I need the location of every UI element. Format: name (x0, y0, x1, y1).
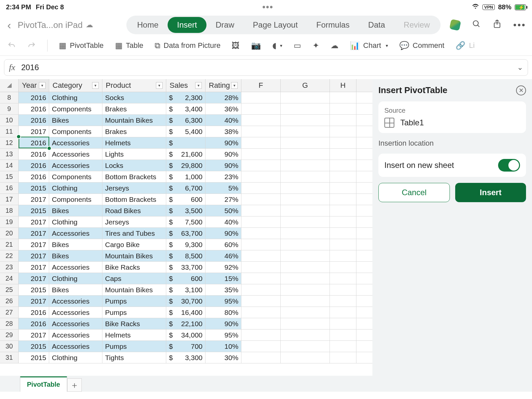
cell-rating[interactable]: 46% (205, 250, 241, 261)
cell-category[interactable]: Clothing (49, 273, 102, 284)
cell-year[interactable]: 2016 (19, 115, 49, 126)
selection-handle[interactable] (16, 134, 21, 139)
cell-empty[interactable] (330, 296, 356, 307)
cell-year[interactable]: 2017 (19, 216, 49, 227)
cell-empty[interactable] (330, 92, 356, 103)
cell-empty[interactable] (281, 149, 330, 160)
cell-rating[interactable]: 40% (205, 216, 241, 227)
row-number[interactable]: 31 (0, 352, 19, 363)
cell-sales[interactable]: $34,000 (166, 330, 205, 340)
tab-draw[interactable]: Draw (206, 17, 244, 33)
cell-rating[interactable]: 36% (205, 103, 241, 114)
cell-empty[interactable] (281, 284, 330, 295)
cell-year[interactable]: 2016 (19, 160, 49, 171)
cell-year[interactable]: 2016 (19, 171, 49, 182)
redo-button[interactable] (27, 41, 36, 50)
cell-rating[interactable]: 40% (205, 115, 241, 126)
cell-empty[interactable] (330, 330, 356, 340)
cell-sales[interactable]: $16,400 (166, 307, 205, 318)
cell-sales[interactable]: $600 (166, 194, 205, 205)
cell-category[interactable]: Bikes (49, 205, 102, 216)
filter-dropdown-icon[interactable]: ▾ (195, 82, 202, 89)
table-row[interactable]: 282016AccessoriesBike Racks$22,10090% (0, 318, 372, 330)
cell-rating[interactable]: 80% (205, 307, 241, 318)
comment-button[interactable]: 💬Comment (399, 41, 444, 50)
cell-sales[interactable]: $ (166, 137, 205, 148)
row-number[interactable]: 14 (0, 160, 19, 171)
col-header-g[interactable]: G (281, 79, 330, 92)
cell-sales[interactable]: $9,300 (166, 239, 205, 250)
cell-rating[interactable]: 28% (205, 92, 241, 103)
cell-empty[interactable] (241, 239, 281, 250)
cell-sales[interactable]: $7,500 (166, 216, 205, 227)
cell-sales[interactable]: $21,600 (166, 149, 205, 160)
row-number[interactable]: 27 (0, 307, 19, 318)
cell-category[interactable]: Clothing (49, 183, 102, 194)
col-header-year[interactable]: Year▾ (19, 79, 49, 92)
cell-rating[interactable]: 15% (205, 273, 241, 284)
cell-empty[interactable] (330, 171, 356, 182)
cell-rating[interactable]: 5% (205, 183, 241, 194)
cell-category[interactable]: Bikes (49, 239, 102, 250)
cell-year[interactable]: 2015 (19, 284, 49, 295)
select-all-corner[interactable] (0, 79, 19, 92)
cell-empty[interactable] (241, 330, 281, 340)
cell-year[interactable]: 2015 (19, 341, 49, 352)
cell-empty[interactable] (281, 171, 330, 182)
row-number[interactable]: 26 (0, 296, 19, 307)
cell-empty[interactable] (330, 284, 356, 295)
link-button[interactable]: 🔗Li (456, 41, 474, 50)
cell-sales[interactable]: $8,500 (166, 250, 205, 261)
cell-sales[interactable]: $2,300 (166, 92, 205, 103)
new-sheet-toggle[interactable] (498, 159, 520, 172)
cell-product[interactable]: Pumps (102, 296, 166, 307)
cell-empty[interactable] (281, 330, 330, 340)
cell-empty[interactable] (281, 103, 330, 114)
cell-sales[interactable]: $3,300 (166, 352, 205, 363)
cell-product[interactable]: Brakes (102, 126, 166, 137)
cell-empty[interactable] (330, 115, 356, 126)
cell-empty[interactable] (330, 160, 356, 171)
cell-empty[interactable] (281, 250, 330, 261)
cell-empty[interactable] (330, 352, 356, 363)
tab-insert[interactable]: Insert (168, 17, 206, 33)
cell-category[interactable]: Accessories (49, 228, 102, 239)
selection-handle[interactable] (47, 146, 52, 151)
cell-empty[interactable] (330, 149, 356, 160)
cell-empty[interactable] (241, 262, 281, 273)
cell-sales[interactable]: $3,500 (166, 205, 205, 216)
cell-empty[interactable] (241, 250, 281, 261)
cell-empty[interactable] (330, 103, 356, 114)
add-sheet-button[interactable]: ＋ (67, 378, 82, 392)
table-button[interactable]: ▦Table (115, 41, 144, 50)
cell-product[interactable]: Socks (102, 92, 166, 103)
cell-sales[interactable]: $600 (166, 273, 205, 284)
copilot-icon[interactable] (449, 19, 461, 31)
cell-empty[interactable] (281, 160, 330, 171)
source-card[interactable]: Source Table1 (378, 101, 526, 133)
table-row[interactable]: 122016AccessoriesHelmets$90% (0, 137, 372, 149)
cell-empty[interactable] (281, 273, 330, 284)
cell-category[interactable]: Accessories (49, 137, 102, 148)
filter-dropdown-icon[interactable]: ▾ (39, 82, 46, 89)
pivottable-button[interactable]: ▦PivotTable (59, 41, 104, 50)
cell-sales[interactable]: $30,700 (166, 296, 205, 307)
cell-empty[interactable] (281, 137, 330, 148)
cell-empty[interactable] (241, 284, 281, 295)
cell-empty[interactable] (330, 205, 356, 216)
cell-year[interactable]: 2016 (19, 92, 49, 103)
row-number[interactable]: 10 (0, 115, 19, 126)
cell-year[interactable]: 2017 (19, 250, 49, 261)
cell-rating[interactable]: 23% (205, 171, 241, 182)
cell-empty[interactable] (330, 228, 356, 239)
cell-product[interactable]: Jerseys (102, 183, 166, 194)
cell-rating[interactable]: 30% (205, 352, 241, 363)
cell-empty[interactable] (281, 194, 330, 205)
table-row[interactable]: 242017ClothingCaps$60015% (0, 273, 372, 284)
cell-empty[interactable] (330, 239, 356, 250)
cell-rating[interactable]: 60% (205, 239, 241, 250)
table-row[interactable]: 202017AccessoriesTires and Tubes$63,7009… (0, 228, 372, 239)
shapes-button[interactable]: ◖▾ (272, 41, 282, 50)
cell-year[interactable]: 2015 (19, 352, 49, 363)
cell-empty[interactable] (330, 137, 356, 148)
